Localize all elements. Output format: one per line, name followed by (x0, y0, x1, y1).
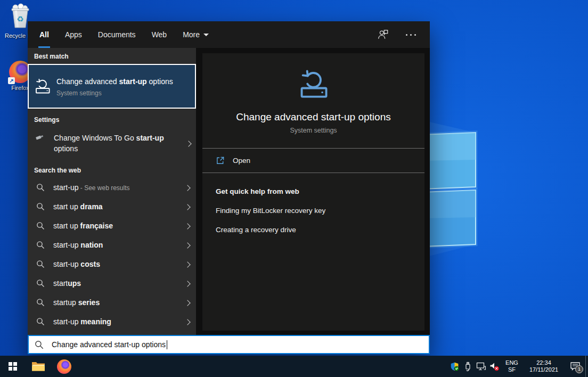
screen: ♻ Recycle Bin ↗ Firefox All Apps Documen… (0, 0, 588, 377)
expand-chevron-icon[interactable] (185, 240, 190, 250)
search-icon (36, 298, 45, 307)
web-suggestion-row[interactable]: startup series (28, 293, 196, 312)
help-link-recovery-drive[interactable]: Creating a recovery drive (216, 226, 424, 234)
clock-time: 22:34 (522, 359, 565, 366)
volume-muted-icon[interactable] (488, 356, 501, 377)
expand-chevron-icon[interactable] (185, 221, 190, 231)
tab-documents[interactable]: Documents (97, 21, 137, 48)
open-action[interactable]: Open (202, 149, 424, 173)
tab-apps[interactable]: Apps (64, 21, 83, 48)
chevron-down-icon (203, 34, 209, 36)
divider (202, 173, 424, 173)
taskbar: ENG SF 22:34 17/11/2021 1 (0, 356, 588, 377)
svg-text:♻: ♻ (17, 14, 23, 23)
text-cursor (167, 340, 167, 349)
expand-chevron-icon[interactable] (186, 138, 191, 148)
web-suggestion-row[interactable]: startups (28, 274, 196, 293)
taskbar-clock[interactable]: 22:34 17/11/2021 (522, 359, 565, 373)
file-explorer-icon (31, 360, 45, 372)
tab-web[interactable]: Web (151, 21, 168, 48)
search-icon (36, 222, 45, 230)
network-icon[interactable] (475, 356, 488, 377)
search-icon (36, 317, 45, 326)
expand-chevron-icon[interactable] (185, 278, 190, 288)
taskbar-firefox[interactable] (51, 356, 77, 377)
tab-all[interactable]: All (38, 21, 50, 48)
tab-all-label: All (39, 30, 49, 39)
expand-chevron-icon[interactable] (185, 183, 190, 192)
expand-chevron-icon[interactable] (185, 298, 190, 307)
help-link-bitlocker[interactable]: Finding my BitLocker recovery key (216, 207, 424, 215)
search-icon (36, 241, 45, 249)
taskbar-file-explorer[interactable] (26, 356, 51, 377)
search-icon (36, 202, 45, 211)
language-code: ENG (502, 359, 521, 366)
best-match-result[interactable]: Change advanced start-up options System … (28, 64, 196, 109)
start-button[interactable] (0, 356, 26, 377)
action-center-button[interactable]: 1 (565, 356, 585, 377)
web-suggestion-row[interactable]: start-up meaning (28, 312, 196, 331)
search-icon (36, 183, 45, 192)
search-flyout-window: All Apps Documents Web More (28, 21, 430, 354)
advanced-startup-hero-icon (298, 68, 330, 100)
language-indicator[interactable]: ENG SF (501, 359, 522, 373)
usb-drive-icon (35, 133, 44, 142)
expand-chevron-icon[interactable] (185, 259, 190, 269)
account-icon[interactable] (377, 29, 389, 40)
section-search-the-web: Search the web (34, 167, 196, 174)
best-match-subtitle: System settings (56, 89, 184, 97)
preview-pane: Change advanced start-up options System … (202, 53, 424, 331)
preview-subtitle: System settings (202, 127, 424, 134)
show-desktop-button[interactable] (585, 356, 588, 377)
search-header: All Apps Documents Web More (28, 21, 430, 48)
preview-title: Change advanced start-up options (202, 111, 424, 123)
safely-remove-hardware-icon[interactable] (461, 356, 475, 377)
web-suggestion-row[interactable]: start up drama (28, 197, 196, 216)
quick-help-heading: Get quick help from web (216, 187, 424, 195)
tab-more[interactable]: More (182, 21, 210, 48)
search-icon (35, 340, 44, 349)
settings-result[interactable]: Change Windows To Go start-up options (28, 127, 196, 160)
expand-chevron-icon[interactable] (185, 202, 190, 211)
web-suggestion-row[interactable]: start-up costs (28, 255, 196, 274)
web-suggestion-row[interactable]: start up française (28, 216, 196, 235)
web-suggestion-row[interactable]: start-up nation (28, 235, 196, 255)
section-settings: Settings (34, 116, 196, 124)
search-icon (36, 260, 45, 268)
expand-chevron-icon[interactable] (185, 317, 190, 326)
notification-badge: 1 (575, 365, 583, 373)
best-match-title: Change advanced start-up options (56, 76, 184, 87)
advanced-startup-icon (34, 78, 51, 95)
firefox-icon (57, 359, 71, 374)
system-tray: ENG SF 22:34 17/11/2021 1 (448, 356, 588, 377)
windows-security-icon[interactable] (448, 356, 461, 377)
windows-logo-icon (9, 362, 18, 371)
search-input[interactable]: Change advanced start-up options (28, 335, 430, 354)
clock-date: 17/11/2021 (522, 366, 565, 373)
shortcut-arrow-icon: ↗ (8, 77, 15, 84)
search-input-value: Change advanced start-up options (52, 340, 166, 349)
web-suggestion-row[interactable]: start-up - See web results (28, 178, 196, 197)
open-external-icon (216, 156, 225, 165)
keyboard-layout: SF (502, 366, 521, 373)
settings-result-title: Change Windows To Go start-up options (54, 133, 174, 154)
section-best-match: Best match (34, 53, 196, 60)
search-icon (36, 279, 45, 288)
open-label: Open (233, 157, 250, 165)
ellipsis-menu-icon[interactable] (406, 34, 416, 36)
results-column: Best match Change advanced start-up opti… (28, 48, 196, 335)
